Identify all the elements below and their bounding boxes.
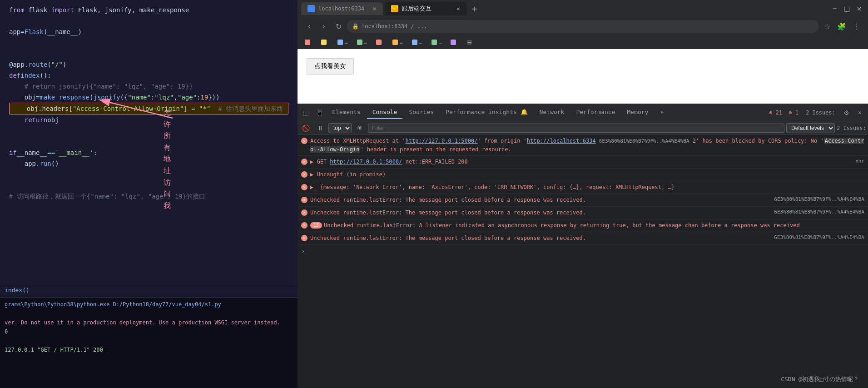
new-tab-button[interactable]: +	[468, 3, 481, 14]
devtools-tab-console[interactable]: Console	[367, 106, 403, 119]
address-bar[interactable]: 🔒 localhost:6334 / ...	[347, 20, 819, 33]
lock-icon: 🔒	[352, 23, 359, 30]
minimize-btn[interactable]: −	[829, 4, 840, 13]
reload-button[interactable]: ↻	[332, 20, 345, 33]
bookmark-favicon	[412, 40, 417, 45]
bookmarks-bar: … … … … … ≡	[298, 35, 868, 49]
bookmark-star-btn[interactable]: ☆	[821, 20, 833, 33]
message-source: 6E3%80%81%E8%B7%9F%..%A4%E4%BA	[774, 196, 864, 204]
code-line: obj = make_response(jsonify({"name": "lq…	[9, 92, 288, 103]
bookmark-label: …	[345, 39, 348, 45]
bookmark-favicon	[321, 40, 327, 45]
menu-btn[interactable]: ⋮	[850, 20, 863, 33]
tab-label: 跟后端交互	[402, 5, 432, 13]
error-link[interactable]: http://localhost:6334	[527, 138, 596, 144]
devtools-tab-network[interactable]: Network	[534, 106, 570, 119]
error-icon: ✕	[301, 222, 308, 229]
maximize-btn[interactable]: □	[842, 4, 852, 13]
close-btn[interactable]: ×	[854, 4, 864, 13]
console-levels-select[interactable]: Default levels	[786, 123, 835, 133]
browser-panel: localhost:6334 × 🤝 跟后端交互 × + − □ × ‹ › ↻…	[298, 0, 868, 388]
forward-button[interactable]: ›	[317, 20, 330, 33]
bookmark-favicon	[305, 40, 310, 45]
error-icon: ✕	[301, 235, 308, 241]
address-text: localhost:6334 / ...	[362, 23, 427, 30]
bookmark-item[interactable]	[372, 38, 387, 46]
bookmark-item[interactable]: …	[408, 38, 426, 46]
console-eye-btn[interactable]: 👁	[353, 122, 366, 134]
devtools-tab-elements[interactable]: Elements	[327, 106, 366, 119]
issues-badge: 2 Issues:	[837, 125, 866, 131]
bookmark-item[interactable]	[317, 38, 332, 46]
bookmark-favicon	[337, 40, 343, 45]
devtools-tab-more[interactable]: »	[655, 106, 669, 119]
code-content: from flask import Flask, jsonify, make_r…	[0, 0, 298, 206]
browser-tab-inactive[interactable]: localhost:6334 ×	[301, 2, 383, 15]
devtools-tab-sources[interactable]: Sources	[403, 106, 439, 119]
error-icon: ✕	[301, 184, 308, 190]
devtools-tab-memory[interactable]: Memory	[621, 106, 654, 119]
console-filter-input[interactable]	[368, 124, 784, 133]
devtools-inspect-btn[interactable]: ⬚	[299, 106, 312, 119]
bookmark-favicon	[376, 40, 382, 45]
bookmark-item[interactable]: …	[334, 38, 352, 46]
tab-close-btn[interactable]: ×	[373, 5, 377, 12]
function-label: index()	[0, 285, 298, 295]
devtools-tab-performance-insights[interactable]: Performance insights 🔔	[440, 106, 533, 119]
terminal-line: 0	[5, 327, 293, 336]
back-button[interactable]: ‹	[303, 20, 316, 33]
devtools-settings-btn[interactable]: ⚙	[840, 106, 853, 119]
code-line: @app.route("/")	[9, 59, 288, 70]
console-context-select[interactable]: top	[328, 123, 352, 133]
error-icon: ✕	[301, 171, 308, 178]
console-prompt[interactable]: ›	[298, 245, 868, 258]
error-icon: ✕	[301, 138, 308, 144]
bookmark-item[interactable]: ≡	[463, 36, 476, 48]
page-button[interactable]: 点我看美女	[307, 58, 354, 75]
extensions-btn[interactable]: 🧩	[835, 20, 848, 33]
highlighted-code-line: obj.headers["Access-Control-Allow-Origin…	[9, 103, 288, 114]
code-line: # return jsonify({"name": "lqz", "age": …	[9, 81, 288, 92]
devtools-device-btn[interactable]: 📱	[313, 106, 326, 119]
error-count-badge: ⊗ 21	[766, 109, 785, 116]
bookmark-label: …	[364, 39, 367, 45]
code-line	[9, 15, 288, 26]
console-messages: ✕ Access to XMLHttpRequest at 'http://12…	[298, 135, 868, 388]
console-clear-btn[interactable]: 🚫	[299, 122, 312, 134]
error-link[interactable]: http://127.0.0.1:5000/	[406, 138, 478, 144]
issues-count: 2 Issues:	[802, 109, 839, 116]
message-text: Unchecked runtime.lastError: The message…	[310, 234, 770, 242]
error-icon: ✕	[301, 159, 308, 165]
console-message: ✕ ▶ Uncaught (in promise)	[298, 169, 868, 181]
console-message: ✕ Unchecked runtime.lastError: The messa…	[298, 232, 868, 245]
bookmark-item[interactable]	[447, 38, 461, 46]
message-text: Access to XMLHttpRequest at 'http://127.…	[310, 137, 864, 154]
console-pause-btn[interactable]: ⏸	[314, 122, 327, 134]
code-line	[9, 180, 288, 191]
error-icon: ✕	[301, 209, 308, 216]
bookmark-item[interactable]: …	[428, 38, 446, 46]
bookmark-icon: ≡	[467, 37, 472, 47]
code-line: app = Flask(__name__)	[9, 26, 288, 37]
console-message: ✕ Unchecked runtime.lastError: The messa…	[298, 207, 868, 219]
tab-favicon: 🤝	[391, 5, 398, 12]
error-link[interactable]: http://127.0.0.1:5000/	[330, 159, 402, 165]
error-icon: ✕	[301, 197, 308, 203]
code-line	[9, 37, 288, 48]
tab-close-btn[interactable]: ×	[456, 5, 460, 12]
tab-favicon	[308, 5, 315, 12]
devtools-tab-performance[interactable]: Performance	[570, 106, 620, 119]
bookmark-favicon	[451, 40, 456, 45]
tab-label: localhost:6334	[318, 5, 364, 12]
csdn-watermark: CSDN @初遇我□寸の热情呢？	[781, 375, 859, 383]
bookmark-favicon	[432, 40, 437, 45]
bookmark-item[interactable]: …	[353, 38, 371, 46]
bookmark-item[interactable]	[301, 38, 316, 46]
error-badge-2: ⊗ 1	[786, 109, 801, 116]
count-badge: 15	[310, 222, 322, 229]
code-line: # 访问根路径，就返回一个{"name": "lqz", "age": 19}的…	[9, 191, 288, 202]
browser-tab-active[interactable]: 🤝 跟后端交互 ×	[385, 2, 466, 15]
code-line: return obj	[9, 114, 288, 125]
bookmark-item[interactable]: …	[389, 38, 407, 46]
devtools-close-btn[interactable]: ×	[853, 106, 866, 119]
